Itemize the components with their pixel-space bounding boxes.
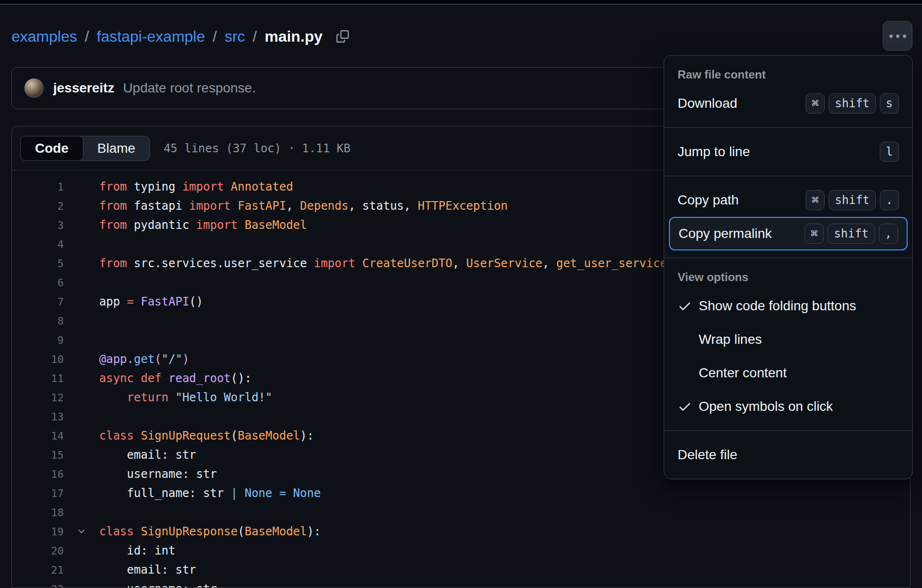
code-line-content: return "Hello World!"	[99, 391, 272, 404]
menu-section: Jump to linel	[664, 127, 912, 176]
tab-code[interactable]: Code	[20, 136, 83, 161]
code-token: pydantic	[127, 218, 196, 232]
tab-blame[interactable]: Blame	[83, 136, 150, 160]
code-token: BaseModel	[244, 525, 307, 538]
line-number[interactable]: 3	[12, 219, 64, 231]
code-token: email: str	[99, 448, 196, 462]
kbd-key: l	[880, 142, 899, 162]
commit-message[interactable]: Update root response.	[123, 80, 256, 96]
code-token: src.services.user_service	[127, 257, 314, 270]
kbd-key: .	[880, 190, 899, 210]
code-line-content: class SignUpRequest(BaseModel):	[99, 429, 314, 442]
code-token: email: str	[99, 563, 196, 577]
kebab-icon	[903, 34, 906, 38]
code-line-content: app = FastAPI()	[99, 295, 203, 308]
line-number[interactable]: 12	[12, 392, 64, 404]
line-number[interactable]: 4	[12, 238, 64, 250]
code-token: class	[99, 525, 134, 538]
code-token: import	[182, 180, 224, 193]
menu-item-copy-path[interactable]: Copy path⌘shift.	[664, 183, 912, 217]
line-number[interactable]: 16	[12, 468, 64, 480]
line-number[interactable]: 17	[12, 487, 64, 499]
line-number[interactable]: 9	[12, 334, 64, 346]
code-token: FastAPI	[141, 295, 189, 308]
code-token: import	[189, 199, 231, 213]
line-number[interactable]: 10	[12, 353, 64, 365]
avatar[interactable]	[24, 79, 44, 98]
code-token	[134, 372, 140, 385]
code-token: SignUpResponse	[141, 525, 238, 538]
menu-item-label: Wrap lines	[699, 332, 899, 347]
line-number[interactable]: 5	[12, 258, 64, 270]
line-number[interactable]: 18	[12, 507, 64, 519]
menu-section: View optionsShow code folding buttonsWra…	[664, 258, 912, 430]
code-token: import	[196, 218, 238, 232]
kbd-key: shift	[828, 224, 875, 244]
line-number[interactable]: 11	[12, 373, 64, 384]
menu-item-jump-to-line[interactable]: Jump to linel	[664, 135, 912, 169]
code-token: Annotated	[224, 180, 293, 193]
menu-item-delete-file[interactable]: Delete file	[664, 438, 912, 472]
line-number[interactable]: 13	[12, 411, 64, 423]
code-line-content: email: str	[99, 448, 196, 462]
code-token: username: str	[99, 467, 217, 481]
code-token: (	[155, 352, 161, 366]
code-token: "Hello World!"	[175, 391, 272, 404]
code-line: 20 id: int	[12, 541, 910, 560]
kbd-key: s	[880, 93, 899, 113]
menu-item-open-symbols-on-click[interactable]: Open symbols on click	[664, 390, 912, 423]
line-number[interactable]: 7	[12, 296, 64, 308]
breadcrumb-link-examples[interactable]: examples	[12, 28, 77, 45]
chevron-down-icon	[77, 527, 86, 536]
line-number[interactable]: 15	[12, 449, 64, 461]
commit-author[interactable]: jessereitz	[53, 80, 115, 96]
code-token: ,	[286, 199, 300, 213]
menu-section-header: Raw file content	[664, 63, 912, 87]
code-blame-switch: CodeBlame	[20, 136, 150, 161]
line-number[interactable]: 22	[12, 583, 64, 588]
code-token: app	[99, 295, 127, 308]
menu-section: Copy path⌘shift.Copy permalink⌘shift,	[664, 176, 912, 258]
kbd-key: shift	[829, 93, 876, 113]
menu-section: Delete file	[664, 430, 912, 479]
menu-item-wrap-lines[interactable]: Wrap lines	[664, 323, 912, 356]
breadcrumb: examples/fastapi-example/src/main.py	[12, 22, 352, 51]
line-number[interactable]: 14	[12, 430, 64, 442]
menu-item-show-code-folding-buttons[interactable]: Show code folding buttons	[664, 289, 912, 323]
code-fold-button[interactable]	[64, 527, 99, 536]
code-token: full_name: str	[99, 486, 231, 500]
menu-section-header: View options	[664, 265, 912, 289]
code-line: 22 username: str	[12, 579, 910, 588]
code-token: from	[99, 257, 127, 270]
breadcrumb-current-file: main.py	[265, 28, 323, 45]
shortcut-keys: l	[880, 142, 899, 162]
code-token: ):	[307, 525, 321, 538]
line-number[interactable]: 6	[12, 277, 64, 289]
line-number[interactable]: 21	[12, 564, 64, 576]
kbd-key: ,	[879, 224, 898, 244]
copy-path-button[interactable]	[333, 27, 352, 46]
breadcrumb-link-fastapi-example[interactable]: fastapi-example	[97, 28, 205, 45]
code-token: from	[99, 218, 127, 232]
code-token: "/"	[161, 352, 182, 366]
line-number[interactable]: 20	[12, 545, 64, 557]
line-number[interactable]: 8	[12, 315, 64, 327]
menu-item-download[interactable]: Download⌘shifts	[664, 87, 912, 120]
code-token	[169, 391, 175, 404]
line-number[interactable]: 2	[12, 200, 64, 212]
code-token: BaseModel	[238, 218, 307, 232]
shortcut-keys: ⌘shift,	[805, 224, 898, 244]
menu-item-center-content[interactable]: Center content	[664, 356, 912, 390]
breadcrumb-link-src[interactable]: src	[225, 28, 245, 45]
line-number[interactable]: 1	[12, 181, 64, 193]
code-line-content: email: str	[99, 563, 196, 577]
menu-item-copy-permalink[interactable]: Copy permalink⌘shift,	[669, 217, 908, 250]
more-options-button[interactable]	[883, 21, 912, 51]
menu-item-label: Delete file	[678, 447, 899, 463]
check-icon	[678, 399, 699, 414]
line-number[interactable]: 19	[12, 526, 64, 538]
code-token: ():	[231, 372, 252, 385]
code-token: )	[182, 352, 189, 366]
code-token: get	[134, 352, 154, 366]
kbd-key: ⌘	[806, 93, 825, 113]
